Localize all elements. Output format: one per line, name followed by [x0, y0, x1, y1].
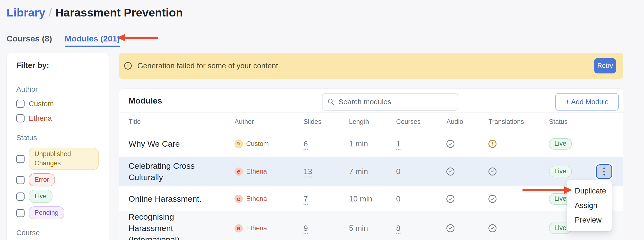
checkbox[interactable]: [16, 114, 24, 122]
checkbox[interactable]: [16, 155, 24, 163]
table-row: Recognising Harassment (International) e…: [119, 211, 623, 240]
module-slides: 13: [304, 167, 349, 176]
checkbox[interactable]: [16, 176, 24, 184]
col-courses: Courses: [396, 118, 446, 125]
tab-modules[interactable]: Modules (201): [65, 34, 120, 47]
search-icon: [327, 98, 335, 106]
row-menu-button[interactable]: [596, 164, 612, 179]
col-slides: Slides: [304, 118, 349, 125]
warning-circle-icon: !: [488, 140, 496, 148]
status-badge: Live: [549, 166, 572, 177]
check-circle-icon: [488, 167, 496, 176]
menu-item-assign[interactable]: Assign: [567, 198, 612, 213]
module-translations-status: [488, 224, 549, 232]
author-avatar-icon: ✎: [234, 140, 243, 148]
filter-option-label[interactable]: Error: [29, 173, 55, 186]
col-author: Author: [234, 118, 304, 125]
author-avatar-icon: e: [234, 167, 243, 176]
module-author: e Ethena: [234, 195, 304, 203]
author-label: Ethena: [246, 168, 267, 175]
filter-option[interactable]: Pending: [16, 206, 99, 219]
search-input[interactable]: [322, 93, 458, 111]
filter-option[interactable]: Live: [16, 190, 99, 203]
filter-option[interactable]: Error: [16, 173, 99, 186]
col-audio: Audio: [446, 118, 488, 125]
filter-option[interactable]: Custom: [16, 99, 99, 108]
filter-title: Filter by:: [6, 53, 109, 77]
search-modules: [322, 93, 458, 111]
module-author: e Ethena: [234, 167, 304, 176]
module-slides: 6: [304, 139, 349, 148]
add-module-button[interactable]: + Add Module: [555, 93, 619, 111]
module-audio-status: [446, 167, 488, 176]
check-circle-icon: [446, 195, 454, 203]
filter-section-status: Status: [16, 133, 99, 142]
filter-option[interactable]: Ethena: [16, 114, 99, 123]
page-title: Harassment Prevention: [55, 6, 183, 19]
filter-option-label[interactable]: Live: [29, 190, 52, 203]
module-translations-status: !: [488, 140, 549, 148]
module-translations-status: [488, 195, 549, 203]
checkbox[interactable]: [16, 209, 24, 217]
module-length: 1 min: [349, 139, 396, 148]
annotation-arrow-right-icon: [522, 186, 572, 194]
tab-courses[interactable]: Courses (8): [6, 34, 52, 47]
divider: [6, 77, 109, 77]
col-title: Title: [128, 118, 234, 125]
filter-option-label[interactable]: Ethena: [29, 114, 52, 123]
retry-button[interactable]: Retry: [594, 58, 616, 73]
checkbox[interactable]: [16, 193, 24, 201]
module-title[interactable]: Online Harassment.: [128, 193, 234, 205]
filter-option-label[interactable]: Custom: [29, 99, 54, 108]
module-courses: 8: [396, 224, 446, 233]
alert-circle-icon: !: [124, 62, 132, 70]
module-audio-status: [446, 224, 488, 232]
breadcrumb: Library/Harassment Prevention: [6, 6, 183, 19]
author-label: Custom: [246, 140, 269, 148]
table-row: Celebrating Cross Culturally e Ethena 13…: [119, 157, 623, 186]
status-badge: Live: [549, 138, 572, 150]
annotation-arrow-left-icon: [117, 34, 158, 41]
author-avatar-icon: e: [234, 224, 243, 233]
module-translations-status: [488, 167, 549, 176]
modules-panel-header: Modules + Add Module: [119, 89, 623, 113]
check-circle-icon: [488, 224, 496, 232]
menu-item-duplicate[interactable]: Duplicate: [567, 184, 612, 198]
module-title[interactable]: Why We Care: [128, 138, 234, 150]
author-label: Ethena: [246, 225, 267, 232]
warning-banner: ! Generation failed for some of your con…: [119, 53, 623, 79]
breadcrumb-separator: /: [45, 6, 55, 19]
modules-panel: Modules + Add Module Title Author Slides…: [119, 89, 623, 240]
check-circle-icon: [446, 140, 454, 148]
module-audio-status: [446, 140, 488, 148]
row-context-menu: DuplicateAssignPreview: [567, 180, 612, 231]
filter-option[interactable]: Unpublished Changes: [16, 148, 99, 170]
module-author: ✎ Custom: [234, 140, 304, 148]
module-title[interactable]: Recognising Harassment (International): [128, 211, 234, 240]
checkbox[interactable]: [16, 100, 24, 108]
check-circle-icon: [446, 224, 454, 232]
module-length: 10 min: [349, 194, 396, 203]
col-length: Length: [349, 118, 396, 125]
module-courses: 1: [396, 139, 446, 148]
filter-sidebar: Filter by: Author Custom Ethena Status U…: [6, 53, 109, 240]
module-title[interactable]: Celebrating Cross Culturally: [128, 160, 234, 183]
menu-item-preview[interactable]: Preview: [567, 213, 612, 227]
col-translations: Translations: [488, 118, 549, 125]
module-audio-status: [446, 195, 488, 203]
filter-option-label[interactable]: Unpublished Changes: [29, 148, 99, 170]
modules-panel-title: Modules: [128, 96, 162, 106]
filter-option-label[interactable]: Pending: [29, 206, 64, 219]
module-slides: 7: [304, 194, 349, 203]
author-avatar-icon: e: [234, 195, 243, 203]
module-slides: 9: [304, 224, 349, 233]
filter-section-author: Author: [16, 85, 99, 93]
filter-section-course: Course: [16, 229, 99, 237]
table-header-row: Title Author Slides Length Courses Audio…: [119, 113, 623, 131]
check-circle-icon: [488, 195, 496, 203]
table-row: Why We Care ✎ Custom 6 1 min 1 ! Live: [119, 131, 623, 157]
module-author: e Ethena: [234, 224, 304, 233]
module-length: 5 min: [349, 224, 396, 233]
module-courses: 0: [396, 194, 446, 203]
breadcrumb-library-link[interactable]: Library: [6, 6, 45, 19]
